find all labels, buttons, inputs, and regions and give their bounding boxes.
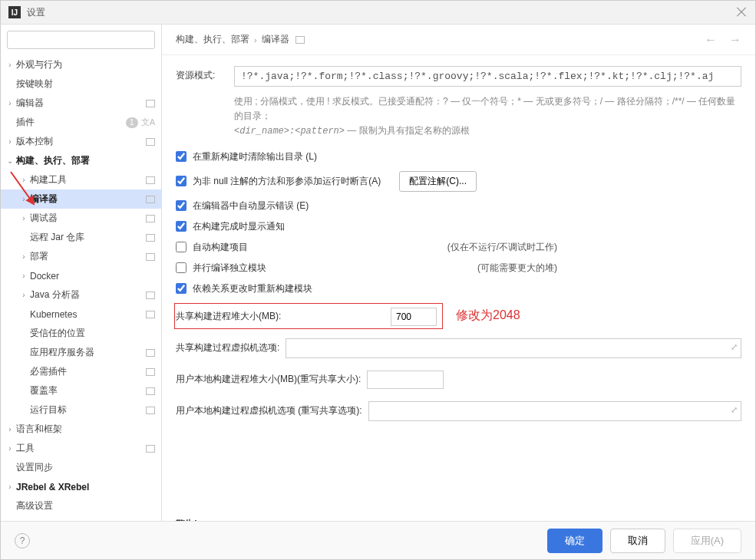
apply-button[interactable]: 应用(A) (673, 529, 741, 553)
nav-back-icon[interactable]: ← (705, 33, 717, 47)
scope-icon (295, 36, 305, 44)
scope-icon (146, 234, 155, 242)
chevron-right-icon: › (19, 195, 28, 203)
dialog-footer: ? 确定 取消 应用(A) (1, 521, 755, 559)
breadcrumb-parent[interactable]: 构建、执行、部署 (176, 33, 249, 46)
configure-annotations-button[interactable]: 配置注解(C)... (399, 171, 477, 192)
sidebar-item[interactable]: 插件1文A (1, 113, 161, 132)
sidebar-item-label: 覆盖率 (30, 384, 146, 397)
heap-size-input[interactable] (391, 308, 437, 326)
clear-output-label: 在重新构建时清除输出目录 (L) (193, 150, 317, 163)
expand-icon[interactable]: ⤢ (731, 405, 738, 415)
sidebar-item-label: 高级设置 (16, 499, 155, 512)
sidebar-item-label: 外观与行为 (16, 58, 155, 71)
sidebar-item-label: 部署 (30, 250, 146, 263)
scope-icon (146, 445, 155, 453)
sidebar-item[interactable]: ›调试器 (1, 209, 161, 228)
sidebar-item[interactable]: 按键映射 (1, 74, 161, 94)
sidebar-item[interactable]: 应用程序服务器 (1, 343, 161, 362)
sidebar-item[interactable]: ⌄构建、执行、部署 (1, 151, 161, 170)
sidebar: ›外观与行为按键映射›编辑器插件1文A›版本控制⌄构建、执行、部署›构建工具›编… (1, 25, 162, 521)
sidebar-item-label: 运行目标 (30, 404, 146, 417)
vm-options-input[interactable]: ⤢ (286, 338, 741, 358)
user-vm-options-input[interactable]: ⤢ (368, 401, 741, 421)
settings-body: 资源模式: !?*.java;!?*.form;!?*.class;!?*.gr… (162, 55, 755, 521)
nav-forward-icon[interactable]: → (729, 33, 741, 47)
language-icon: 文A (141, 117, 155, 128)
chevron-right-icon: › (19, 291, 28, 299)
ok-button[interactable]: 确定 (547, 529, 602, 553)
sidebar-item[interactable]: ›Docker (1, 266, 161, 285)
cancel-button[interactable]: 取消 (610, 529, 665, 553)
help-button[interactable]: ? (15, 533, 30, 548)
sidebar-item[interactable]: 必需插件 (1, 362, 161, 381)
resource-pattern-input[interactable]: !?*.java;!?*.form;!?*.class;!?*.groovy;!… (234, 66, 741, 87)
resource-pattern-label: 资源模式: (176, 66, 234, 82)
chevron-right-icon: › (249, 35, 262, 44)
close-icon[interactable] (735, 6, 748, 18)
settings-dialog: IJ 设置 ›外观与行为按键映射›编辑器插件1文A›版本控制⌄构建、执行、部署›… (0, 0, 756, 560)
sidebar-item[interactable]: ›部署 (1, 247, 161, 266)
sidebar-item-label: 插件 (16, 116, 126, 129)
chevron-right-icon: › (5, 99, 15, 107)
clear-output-checkbox[interactable] (176, 151, 187, 162)
sidebar-item-label: JRebel & XRebel (16, 482, 155, 492)
warning-block: 警告! 如果已启用选项"重新构建时清除输出目录"，存储生成源的目录的全部内容将在… (176, 518, 741, 521)
sidebar-item[interactable]: ›JRebel & XRebel (1, 477, 161, 496)
chevron-right-icon: › (19, 272, 28, 280)
sidebar-item[interactable]: ›工具 (1, 439, 161, 458)
sidebar-item[interactable]: 覆盖率 (1, 381, 161, 400)
scope-icon (146, 368, 155, 376)
search-input[interactable] (7, 31, 155, 49)
sidebar-item[interactable]: ›版本控制 (1, 132, 161, 151)
rebuild-deps-checkbox[interactable] (176, 283, 187, 294)
sidebar-item[interactable]: ›外观与行为 (1, 55, 161, 74)
sidebar-item-label: 按键映射 (16, 77, 155, 91)
runtime-assertions-checkbox[interactable] (176, 176, 187, 186)
sidebar-item-label: 应用程序服务器 (30, 346, 146, 359)
sidebar-item-label: 远程 Jar 仓库 (30, 231, 146, 244)
show-errors-checkbox[interactable] (176, 200, 187, 211)
sidebar-item-label: 设置同步 (16, 461, 155, 474)
sidebar-item-label: 编辑器 (16, 97, 146, 110)
window-title: 设置 (27, 6, 735, 19)
rebuild-deps-label: 依赖关系更改时重新构建模块 (193, 282, 312, 295)
chevron-right-icon: › (5, 61, 15, 69)
auto-build-checkbox[interactable] (176, 242, 187, 252)
scope-icon (146, 215, 155, 222)
scope-icon (146, 100, 155, 107)
titlebar: IJ 设置 (1, 1, 755, 24)
sidebar-item[interactable]: ›编译器 (1, 189, 161, 209)
sidebar-item[interactable]: 远程 Jar 仓库 (1, 228, 161, 247)
build-notification-checkbox[interactable] (176, 221, 187, 232)
sidebar-item[interactable]: 运行目标 (1, 400, 161, 420)
scope-icon (146, 138, 155, 146)
build-notification-label: 在构建完成时显示通知 (193, 220, 285, 233)
user-vm-options-label: 用户本地构建过程虚拟机选项 (重写共享选项): (176, 404, 362, 417)
parallel-compile-checkbox[interactable] (176, 262, 187, 273)
sidebar-item[interactable]: ›Java 分析器 (1, 285, 161, 305)
sidebar-item[interactable]: ›编辑器 (1, 94, 161, 113)
sidebar-item[interactable]: 设置同步 (1, 458, 161, 477)
breadcrumb-current: 编译器 (262, 33, 289, 46)
parallel-compile-label: 并行编译独立模块 (193, 262, 266, 275)
sidebar-item[interactable]: ›构建工具 (1, 170, 161, 189)
sidebar-item[interactable]: 受信任的位置 (1, 324, 161, 343)
scope-icon (146, 253, 155, 261)
sidebar-item[interactable]: 高级设置 (1, 496, 161, 516)
sidebar-item-label: 调试器 (30, 212, 146, 225)
sidebar-item-label: 编译器 (30, 193, 146, 206)
warning-title: 警告! (176, 518, 741, 521)
app-icon: IJ (8, 6, 21, 18)
pattern-hint: 使用 ; 分隔模式，使用 ! 求反模式。已接受通配符：? — 仅一个符号；* —… (234, 94, 741, 140)
breadcrumb-bar: 构建、执行、部署 › 编译器 ← → (162, 25, 755, 55)
scope-icon (146, 311, 155, 318)
chevron-right-icon: › (5, 137, 15, 146)
sidebar-item[interactable]: ›语言和框架 (1, 420, 161, 439)
chevron-right-icon: › (19, 176, 28, 184)
main-area: ›外观与行为按键映射›编辑器插件1文A›版本控制⌄构建、执行、部署›构建工具›编… (1, 24, 755, 521)
user-heap-size-input[interactable] (367, 371, 444, 389)
sidebar-item[interactable]: Kubernetes (1, 305, 161, 324)
expand-icon[interactable]: ⤢ (731, 342, 738, 352)
settings-tree: ›外观与行为按键映射›编辑器插件1文A›版本控制⌄构建、执行、部署›构建工具›编… (1, 55, 161, 521)
